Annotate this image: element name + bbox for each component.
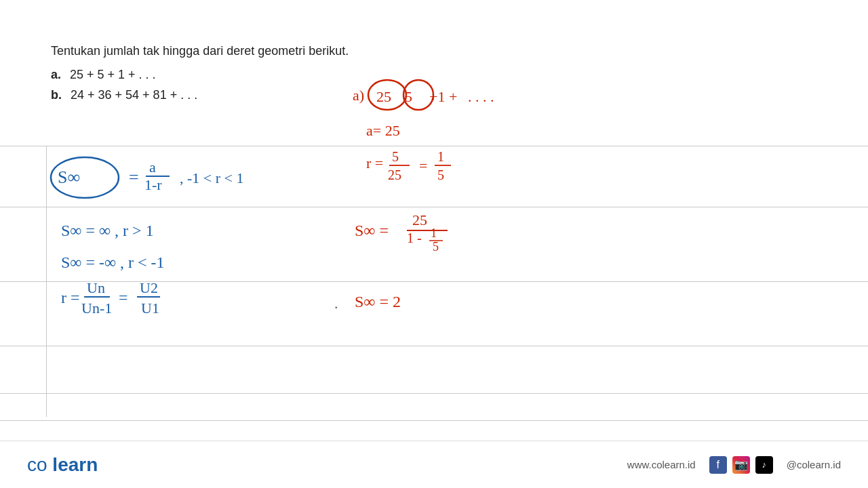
svg-text:S∞  =  ∞ ,  r > 1: S∞ = ∞ , r > 1	[61, 222, 154, 239]
svg-text:. . . .: . . . .	[468, 88, 494, 105]
rule-line-4	[0, 346, 868, 346]
label-a: a.	[51, 68, 61, 81]
footer-social-icons: f 📷 ♪	[709, 456, 773, 474]
svg-text:25: 25	[388, 167, 401, 182]
svg-text:+1 +: +1 +	[429, 88, 457, 105]
svg-text:.: .	[334, 295, 338, 312]
facebook-icon[interactable]: f	[709, 456, 727, 474]
svg-text:1-r: 1-r	[144, 176, 162, 193]
svg-text:=: =	[119, 289, 128, 306]
page: Tentukan jumlah tak hingga dari deret ge…	[0, 0, 868, 488]
svg-text:,  -1 < r < 1: , -1 < r < 1	[180, 169, 243, 186]
svg-text:a): a)	[353, 87, 364, 104]
instagram-icon[interactable]: 📷	[732, 456, 750, 474]
tiktok-icon[interactable]: ♪	[755, 456, 773, 474]
svg-text:r =: r =	[61, 289, 80, 306]
svg-point-2	[403, 80, 433, 110]
svg-point-1	[368, 80, 406, 110]
question-item-a: a. 25 + 5 + 1 + . . .	[51, 68, 156, 82]
svg-text:1: 1	[431, 226, 437, 240]
question-intro: Tentukan jumlah tak hingga dari deret ge…	[51, 44, 349, 58]
svg-text:1 -: 1 -	[407, 230, 422, 245]
svg-point-8	[51, 157, 119, 198]
rule-line-3	[0, 281, 868, 282]
svg-text:S∞  =  2: S∞ = 2	[355, 293, 401, 310]
svg-text:=: =	[419, 157, 427, 174]
rule-line-6	[0, 420, 868, 421]
svg-text:S∞  =  -∞ ,  r < -1: S∞ = -∞ , r < -1	[61, 253, 165, 271]
label-b: b.	[51, 88, 62, 102]
series-a: 25 + 5 + 1 + . . .	[70, 68, 156, 81]
svg-text:1: 1	[437, 149, 444, 164]
math-content: a) 25 5 +1 + . . . . a= 25 S∞ = a 1-r , …	[0, 0, 868, 441]
svg-text:25: 25	[412, 211, 427, 228]
svg-text:S∞: S∞	[58, 167, 80, 187]
footer: co learn www.colearn.id f 📷 ♪ @colearn.i…	[0, 441, 868, 488]
svg-text:r =: r =	[366, 155, 383, 171]
footer-right: www.colearn.id f 📷 ♪ @colearn.id	[627, 456, 841, 474]
svg-text:5: 5	[437, 167, 444, 182]
svg-text:S∞  =: S∞ =	[355, 222, 389, 239]
series-b: 24 + 36 + 54 + 81 + . . .	[71, 88, 197, 102]
rule-line-5	[0, 393, 868, 394]
question-item-b: b. 24 + 36 + 54 + 81 + . . .	[51, 88, 197, 102]
svg-text:a: a	[149, 159, 156, 176]
svg-text:Un-1: Un-1	[81, 300, 112, 317]
footer-logo: co learn	[27, 454, 98, 476]
svg-text:5: 5	[405, 88, 412, 105]
rule-line-2	[0, 207, 868, 207]
footer-website: www.colearn.id	[627, 459, 696, 470]
svg-text:5: 5	[392, 149, 399, 164]
margin-line	[46, 146, 47, 417]
svg-text:U1: U1	[141, 300, 159, 317]
svg-text:5: 5	[433, 240, 439, 253]
footer-handle: @colearn.id	[787, 459, 841, 470]
rule-line-1	[0, 146, 868, 146]
svg-text:a= 25: a= 25	[366, 122, 400, 139]
svg-text:25: 25	[376, 88, 391, 105]
svg-text:=: =	[129, 167, 139, 187]
